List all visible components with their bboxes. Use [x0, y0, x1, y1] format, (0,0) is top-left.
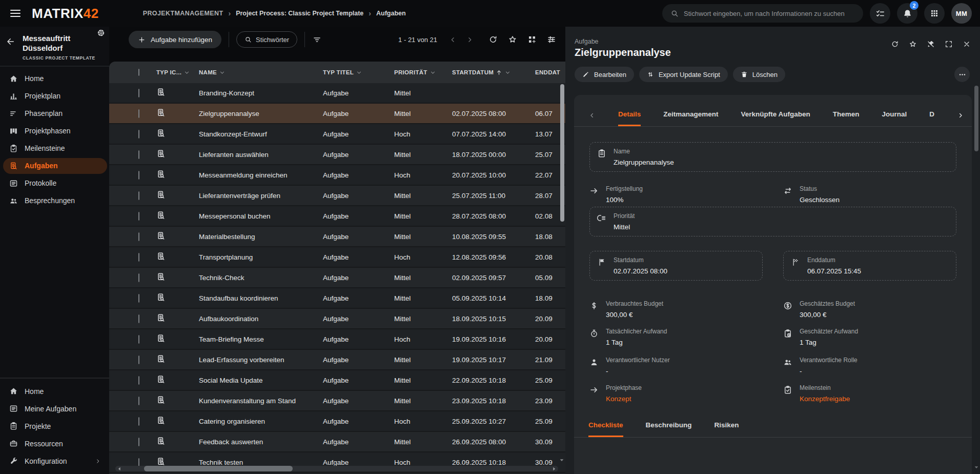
row-checkbox[interactable]: [138, 356, 139, 364]
keywords-search-input[interactable]: Stichwörter: [236, 31, 297, 48]
scroll-left-icon[interactable]: [117, 466, 122, 471]
expand-icon[interactable]: [945, 40, 953, 48]
row-checkbox[interactable]: [138, 397, 139, 405]
row-checkbox[interactable]: [138, 438, 139, 446]
tabs-scroll-left-icon[interactable]: [588, 112, 596, 119]
menu-icon[interactable]: [9, 7, 22, 19]
tab-themen[interactable]: Themen: [833, 110, 860, 126]
projektphase-link[interactable]: Konzept: [606, 395, 642, 403]
row-checkbox[interactable]: [138, 109, 139, 118]
page-prev-icon[interactable]: [449, 36, 457, 44]
table-row[interactable]: Branding-Konzept Aufgabe Mittel: [109, 83, 565, 104]
scroll-down-icon[interactable]: [974, 465, 979, 470]
row-checkbox[interactable]: [138, 294, 139, 303]
table-row[interactable]: Zielgruppenanalyse Aufgabe Mittel 02.07.…: [109, 104, 565, 124]
card-view-icon[interactable]: [527, 35, 537, 44]
row-checkbox[interactable]: [138, 171, 139, 180]
tab-zeitmanagement[interactable]: Zeitmanagement: [663, 110, 718, 126]
tab-details[interactable]: Details: [618, 110, 641, 126]
project-nav-aufgaben[interactable]: Aufgaben: [3, 158, 107, 174]
row-checkbox[interactable]: [138, 212, 139, 221]
table-row[interactable]: Catering organisieren Aufgabe Hoch 25.09…: [109, 411, 565, 432]
add-task-button[interactable]: Aufgabe hinzufügen: [129, 31, 221, 48]
export-update-script-button[interactable]: Export Update Script: [639, 67, 728, 82]
app-grid-button[interactable]: [924, 3, 945, 24]
table-row[interactable]: Social Media Update Aufgabe Mittel 22.09…: [109, 370, 565, 391]
table-row[interactable]: Standkonzept-Entwurf Aufgabe Hoch 07.07.…: [109, 124, 565, 145]
table-row[interactable]: Messepersonal buchen Aufgabe Mittel 28.0…: [109, 206, 565, 227]
row-checkbox[interactable]: [138, 335, 139, 344]
notifications-button[interactable]: 2: [897, 3, 917, 24]
table-row[interactable]: Kundenveranstaltung am Stand Aufgabe Mit…: [109, 391, 565, 411]
table-row[interactable]: Transportplanung Aufgabe Hoch 12.08.2025…: [109, 247, 565, 268]
favorite-star-icon[interactable]: [909, 40, 917, 48]
table-row[interactable]: Team-Briefing Messe Aufgabe Hoch 19.09.2…: [109, 329, 565, 350]
row-checkbox[interactable]: [138, 273, 139, 282]
tasks-check-button[interactable]: [870, 3, 890, 24]
table-row[interactable]: Standaufbau koordinieren Aufgabe Mittel …: [109, 288, 565, 309]
global-nav-meine-aufgaben[interactable]: Meine Aufgaben: [3, 401, 107, 417]
meilenstein-link[interactable]: Konzeptfreigabe: [800, 395, 850, 403]
row-checkbox[interactable]: [138, 376, 139, 385]
project-nav-besprechungen[interactable]: Besprechungen: [3, 193, 107, 209]
delete-button[interactable]: Löschen: [733, 67, 785, 82]
global-nav-home-global[interactable]: Home: [3, 383, 107, 399]
row-checkbox[interactable]: [138, 253, 139, 262]
panel-vertical-scrollbar[interactable]: [974, 86, 978, 151]
unpin-icon[interactable]: [927, 40, 935, 48]
project-nav-projektplan[interactable]: Projektplan: [3, 88, 107, 104]
row-checkbox[interactable]: [138, 232, 139, 241]
back-icon[interactable]: [6, 37, 15, 46]
global-search-input[interactable]: Stichwort eingeben, um nach Informatione…: [662, 4, 863, 23]
tab-risiken[interactable]: Risiken: [714, 421, 739, 437]
table-row[interactable]: Technik-Check Aufgabe Mittel 02.09.2025 …: [109, 268, 565, 288]
refresh-icon[interactable]: [891, 40, 899, 48]
global-nav-projekte[interactable]: Projekte: [3, 418, 107, 434]
horizontal-scroll-thumb[interactable]: [144, 466, 293, 471]
gear-icon[interactable]: [97, 29, 105, 37]
table-vertical-scrollbar[interactable]: [560, 84, 564, 222]
scroll-down-icon[interactable]: [559, 458, 564, 463]
table-row[interactable]: Lieferanten auswählen Aufgabe Mittel 18.…: [109, 145, 565, 165]
row-checkbox[interactable]: [138, 130, 139, 139]
table-row[interactable]: Messeanmeldung einreichen Aufgabe Hoch 2…: [109, 165, 565, 186]
row-checkbox[interactable]: [138, 458, 139, 467]
more-options-button[interactable]: [954, 67, 970, 82]
tab-checkliste[interactable]: Checkliste: [588, 421, 623, 437]
table-row[interactable]: Aufbaukoordination Aufgabe Mittel 18.09.…: [109, 309, 565, 329]
tab-d-truncated[interactable]: D: [929, 110, 934, 126]
tab-beschreibung[interactable]: Beschreibung: [646, 421, 692, 437]
table-row[interactable]: Feedback auswerten Aufgabe Mittel 26.09.…: [109, 432, 565, 452]
tab-verknuepfte-aufgaben[interactable]: Verknüpfte Aufgaben: [741, 110, 810, 126]
select-all-checkbox[interactable]: [138, 69, 139, 76]
breadcrumb-item-root[interactable]: PROJEKTMANAGEMENT: [143, 10, 223, 17]
column-settings-icon[interactable]: [547, 35, 556, 44]
column-header-typ-titel[interactable]: TYP TITEL: [323, 69, 394, 76]
project-nav-protokolle[interactable]: Protokolle: [3, 175, 107, 191]
edit-button[interactable]: Bearbeiten: [575, 67, 634, 82]
tab-journal[interactable]: Journal: [882, 110, 907, 126]
project-nav-home[interactable]: Home: [3, 71, 107, 87]
column-header-name[interactable]: NAME: [199, 69, 323, 76]
column-header-prioritaet[interactable]: PRIORITÄT: [394, 69, 452, 76]
tabs-scroll-right-icon[interactable]: [957, 112, 964, 119]
favorite-star-icon[interactable]: [508, 35, 517, 44]
table-row[interactable]: Materialbestellung Aufgabe Mittel 10.08.…: [109, 227, 565, 247]
table-row[interactable]: Lead-Erfassung vorbereiten Aufgabe Mitte…: [109, 350, 565, 370]
row-checkbox[interactable]: [138, 89, 139, 97]
project-nav-meilensteine[interactable]: Meilensteine: [3, 141, 107, 156]
project-nav-projektphasen[interactable]: Projektphasen: [3, 123, 107, 139]
column-header-enddatum[interactable]: ENDDAT: [535, 69, 565, 75]
row-checkbox[interactable]: [138, 191, 139, 200]
refresh-icon[interactable]: [488, 35, 498, 44]
close-icon[interactable]: [963, 40, 971, 48]
table-row[interactable]: Lieferantenverträge prüfen Aufgabe Mitte…: [109, 186, 565, 206]
funnel-icon[interactable]: [312, 35, 322, 45]
row-checkbox[interactable]: [138, 417, 139, 426]
row-checkbox[interactable]: [138, 150, 139, 159]
global-nav-ressourcen[interactable]: Ressourcen: [3, 436, 107, 451]
breadcrumb-item-project[interactable]: Project Process: Classic Project Templat…: [236, 10, 363, 17]
row-checkbox[interactable]: [138, 314, 139, 323]
column-header-startdatum[interactable]: STARTDATUM: [452, 69, 535, 76]
scroll-right-icon[interactable]: [552, 466, 557, 471]
